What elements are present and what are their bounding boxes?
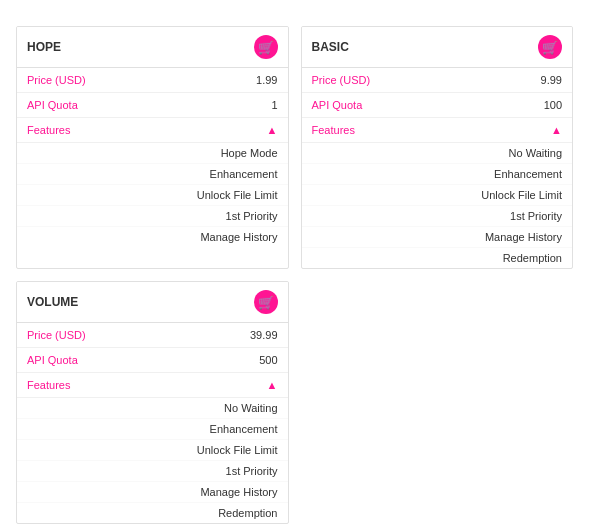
features-toggle-basic[interactable]: ▲ <box>551 124 562 136</box>
price-row-volume: Price (USD)39.99 <box>17 323 288 348</box>
price-row-hope: Price (USD)1.99 <box>17 68 288 93</box>
features-toggle-volume[interactable]: ▲ <box>267 379 278 391</box>
cart-button-hope[interactable]: 🛒 <box>254 35 278 59</box>
feature-item-volume-5: Redemption <box>17 503 288 523</box>
feature-item-basic-3: 1st Priority <box>302 206 573 227</box>
cart-button-basic[interactable]: 🛒 <box>538 35 562 59</box>
plan-card-volume: VOLUME🛒Price (USD)39.99API Quota500Featu… <box>16 281 289 524</box>
quota-label-basic: API Quota <box>312 99 363 111</box>
feature-item-volume-2: Unlock File Limit <box>17 440 288 461</box>
features-row-hope[interactable]: Features▲ <box>17 118 288 143</box>
plan-name-volume: VOLUME <box>27 295 78 309</box>
feature-item-basic-0: No Waiting <box>302 143 573 164</box>
feature-item-basic-5: Redemption <box>302 248 573 268</box>
plan-name-basic: BASIC <box>312 40 349 54</box>
feature-item-basic-2: Unlock File Limit <box>302 185 573 206</box>
cart-button-volume[interactable]: 🛒 <box>254 290 278 314</box>
feature-item-volume-3: 1st Priority <box>17 461 288 482</box>
feature-item-hope-1: Enhancement <box>17 164 288 185</box>
feature-item-basic-4: Manage History <box>302 227 573 248</box>
feature-item-hope-4: Manage History <box>17 227 288 247</box>
price-label-hope: Price (USD) <box>27 74 86 86</box>
quota-label-hope: API Quota <box>27 99 78 111</box>
feature-item-basic-1: Enhancement <box>302 164 573 185</box>
feature-item-volume-0: No Waiting <box>17 398 288 419</box>
feature-item-volume-4: Manage History <box>17 482 288 503</box>
plan-header-basic: BASIC🛒 <box>302 27 573 68</box>
price-value-basic: 9.99 <box>541 74 562 86</box>
quota-value-volume: 500 <box>259 354 277 366</box>
features-toggle-hope[interactable]: ▲ <box>267 124 278 136</box>
price-label-basic: Price (USD) <box>312 74 371 86</box>
features-row-volume[interactable]: Features▲ <box>17 373 288 398</box>
plan-card-hope: HOPE🛒Price (USD)1.99API Quota1Features▲H… <box>16 26 289 269</box>
features-label-basic: Features <box>312 124 355 136</box>
quota-value-hope: 1 <box>271 99 277 111</box>
plan-header-hope: HOPE🛒 <box>17 27 288 68</box>
quota-row-basic: API Quota100 <box>302 93 573 118</box>
price-value-volume: 39.99 <box>250 329 278 341</box>
price-value-hope: 1.99 <box>256 74 277 86</box>
plan-header-volume: VOLUME🛒 <box>17 282 288 323</box>
features-row-basic[interactable]: Features▲ <box>302 118 573 143</box>
features-label-hope: Features <box>27 124 70 136</box>
features-label-volume: Features <box>27 379 70 391</box>
price-row-basic: Price (USD)9.99 <box>302 68 573 93</box>
quota-row-volume: API Quota500 <box>17 348 288 373</box>
plan-name-hope: HOPE <box>27 40 61 54</box>
quota-value-basic: 100 <box>544 99 562 111</box>
feature-item-hope-0: Hope Mode <box>17 143 288 164</box>
quota-row-hope: API Quota1 <box>17 93 288 118</box>
feature-item-volume-1: Enhancement <box>17 419 288 440</box>
plan-card-basic: BASIC🛒Price (USD)9.99API Quota100Feature… <box>301 26 574 269</box>
plans-bottom-row: VOLUME🛒Price (USD)39.99API Quota500Featu… <box>16 281 573 524</box>
quota-label-volume: API Quota <box>27 354 78 366</box>
price-label-volume: Price (USD) <box>27 329 86 341</box>
feature-item-hope-2: Unlock File Limit <box>17 185 288 206</box>
plans-top-grid: HOPE🛒Price (USD)1.99API Quota1Features▲H… <box>16 26 573 269</box>
feature-item-hope-3: 1st Priority <box>17 206 288 227</box>
